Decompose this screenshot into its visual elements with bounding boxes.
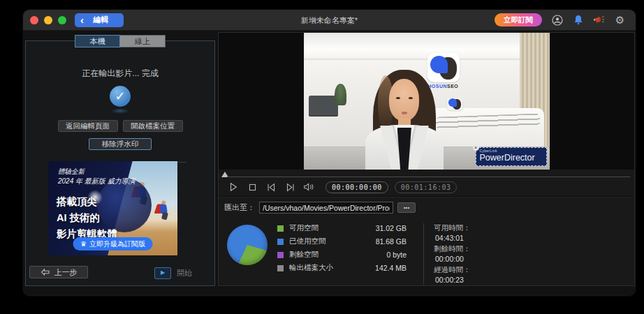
- window-title: 新增未命名專案*: [301, 15, 358, 25]
- main-content: 本機 線上 正在輸出影片... 完成 ✓ 返回編輯頁面 開啟檔案位置 移除浮水印: [23, 31, 636, 295]
- open-file-location-button[interactable]: 開啟檔案位置: [123, 120, 183, 132]
- upgrade-cta-button[interactable]: ♛ 立即升級為訂閱版: [73, 237, 153, 251]
- check-icon-reflection: [111, 108, 129, 114]
- next-frame-button[interactable]: [284, 181, 296, 193]
- elapsed-time-label: 經過時間：: [434, 264, 471, 275]
- legend-value: 0 byte: [386, 251, 407, 259]
- legend-value: 142.4 MB: [375, 264, 407, 272]
- disk-legend: 可用空間 31.02 GB 已使用空間 81.68 GB 剩餘空間: [277, 222, 407, 285]
- titlebar: ‹ 編輯 新增未命名專案* 立即訂閱 ⚙: [23, 10, 636, 31]
- ad-line-1: 體驗全新: [58, 167, 85, 177]
- account-icon[interactable]: [551, 14, 563, 26]
- tab-local[interactable]: 本機: [75, 35, 120, 47]
- time-stats: 可用時間： 04:43:01 剩餘時間： 00:00:00 經過時間： 00:0…: [434, 222, 471, 285]
- watermark-close-icon[interactable]: ×: [473, 144, 479, 151]
- timecode-current[interactable]: 00:00:00:00: [325, 181, 388, 193]
- remove-watermark-button[interactable]: 移除浮水印: [89, 138, 152, 150]
- legend-value: 81.68 GB: [376, 237, 407, 246]
- arrow-left-icon: [41, 269, 50, 276]
- legend-row: 已使用空間 81.68 GB: [277, 237, 407, 246]
- legend-label: 可用空間: [289, 223, 319, 233]
- ad-line-4: AI 技術的: [57, 211, 100, 225]
- produce-panel: 本機 線上 正在輸出影片... 完成 ✓ 返回編輯頁面 開啟檔案位置 移除浮水印: [25, 40, 215, 286]
- scene-sofa: [309, 96, 338, 114]
- stop-button[interactable]: [246, 181, 258, 193]
- timecode-total: 00:01:16:03: [395, 181, 458, 193]
- browse-path-button[interactable]: •••: [397, 202, 416, 213]
- video-letterbox: HOSUNSEO: [219, 33, 634, 170]
- remaining-time-value: 00:00:00: [434, 254, 471, 264]
- desktop-background: ‹ 編輯 新增未命名專案* 立即訂閱 ⚙: [0, 0, 644, 314]
- legend-swatch: [277, 252, 284, 258]
- tab-online[interactable]: 線上: [120, 35, 166, 47]
- scene-plant: [335, 84, 347, 105]
- seek-track: [227, 177, 630, 177]
- announcement-megaphone-icon[interactable]: [593, 14, 605, 26]
- close-window-button[interactable]: [30, 16, 38, 24]
- fullscreen-window-button[interactable]: [58, 16, 66, 24]
- legend-swatch: [277, 225, 284, 232]
- back-button-label: 編輯: [84, 15, 118, 25]
- legend-value: 31.02 GB: [376, 224, 407, 232]
- legend-row: 輸出檔案大小 142.4 MB: [277, 263, 407, 273]
- scene-reception-desk: [432, 108, 545, 149]
- legend-label: 剩餘空間: [289, 250, 319, 260]
- ad-line-3: 搭載頂尖: [57, 195, 97, 209]
- seek-bar[interactable]: [220, 171, 633, 179]
- start-button[interactable]: ▶ 開始: [140, 266, 207, 280]
- ad-line-2: 2024 年 最新版 威力導演: [58, 177, 136, 186]
- presenter-avatar: [365, 70, 444, 170]
- legend-row: 剩餘空間 0 byte: [277, 250, 407, 260]
- volume-icon[interactable]: [302, 181, 315, 193]
- back-to-edit-button[interactable]: ‹ 編輯: [75, 13, 124, 27]
- play-button[interactable]: [227, 181, 240, 193]
- powerdirector-watermark[interactable]: × CyberLink PowerDirector: [476, 147, 547, 166]
- window-controls: [30, 16, 66, 24]
- destination-tabs: 本機 線上: [75, 35, 166, 47]
- upgrade-ad-banner[interactable]: 體驗全新 2024 年 最新版 威力導演 搭載頂尖 AI 技術的 影片剪輯軟體 …: [48, 161, 177, 255]
- notifications-bell-icon[interactable]: [572, 14, 584, 26]
- upgrade-cta-label: 立即升級為訂閱版: [89, 239, 145, 249]
- legend-swatch: [277, 265, 284, 271]
- legend-label: 輸出檔案大小: [289, 263, 333, 273]
- produce-film-icon: ▶: [154, 267, 171, 279]
- subscribe-now-button[interactable]: 立即訂閱: [495, 13, 542, 27]
- powerdirector-window: ‹ 編輯 新增未命名專案* 立即訂閱 ⚙: [23, 10, 636, 296]
- result-actions: 返回編輯頁面 開啟檔案位置: [26, 120, 214, 132]
- start-button-label: 開始: [177, 268, 192, 278]
- legend-row: 可用空間 31.02 GB: [277, 223, 407, 233]
- export-to-label: 匯出至：: [224, 202, 255, 213]
- watermark-text: PowerDirector: [480, 154, 543, 163]
- scene-ceiling: [304, 33, 550, 60]
- settings-gear-icon[interactable]: ⚙: [614, 14, 626, 26]
- export-status-text: 正在輸出影片... 完成: [26, 68, 214, 80]
- crown-icon: ♛: [80, 241, 87, 248]
- legend-label: 已使用空間: [289, 237, 326, 246]
- preview-panel: HOSUNSEO: [218, 32, 635, 286]
- elapsed-time-value: 00:00:23: [434, 275, 471, 285]
- success-check-icon: ✓: [110, 86, 131, 107]
- disk-stats-row: 可用空間 31.02 GB 已使用空間 81.68 GB 剩餘空間: [224, 222, 629, 285]
- previous-frame-button[interactable]: [265, 181, 277, 193]
- titlebar-actions: 立即訂閱 ⚙: [495, 13, 626, 27]
- export-path-input[interactable]: [259, 202, 393, 214]
- disk-pie-chart: [227, 225, 268, 265]
- playback-controls: 00:00:00:00 00:01:16:03: [219, 179, 634, 197]
- previous-step-button[interactable]: 上一步: [29, 266, 88, 278]
- export-path-row: 匯出至： •••: [224, 202, 629, 214]
- minimize-window-button[interactable]: [44, 16, 52, 24]
- vertical-divider: [423, 223, 424, 285]
- return-edit-button[interactable]: 返回編輯頁面: [58, 120, 118, 132]
- export-complete-indicator: ✓: [26, 86, 214, 114]
- panel-footer: 上一步 ▶ 開始: [26, 266, 214, 280]
- available-time-label: 可用時間：: [434, 223, 471, 233]
- export-info-section: 匯出至： ••• 可用空間 31.02 GB: [219, 197, 634, 285]
- available-time-value: 04:43:01: [434, 233, 471, 244]
- ad-figure-child: [158, 200, 168, 219]
- video-preview: HOSUNSEO: [304, 33, 550, 170]
- remaining-time-label: 剩餘時間：: [434, 244, 471, 254]
- previous-step-label: 上一步: [54, 267, 78, 278]
- legend-swatch: [277, 239, 284, 245]
